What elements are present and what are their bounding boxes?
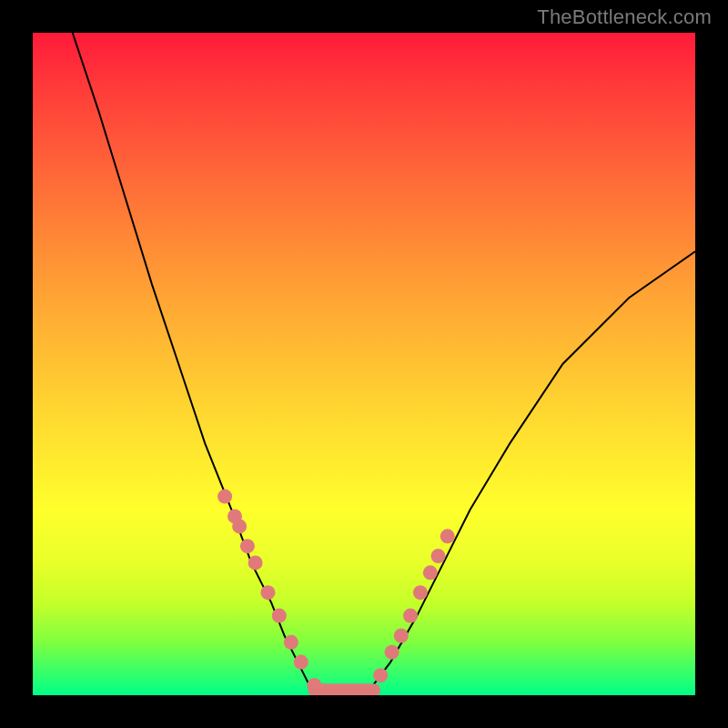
sample-dot <box>385 645 399 660</box>
chart-frame: TheBottleneck.com <box>0 0 728 728</box>
sample-dot <box>272 609 287 623</box>
watermark-text: TheBottleneck.com <box>537 5 712 29</box>
sample-dot <box>423 565 438 580</box>
sample-dot <box>394 629 409 643</box>
sample-dot <box>240 539 255 553</box>
sample-dot <box>307 678 321 693</box>
sample-dot <box>440 529 455 543</box>
sample-dot <box>260 585 275 600</box>
sample-dot <box>294 655 308 670</box>
sample-dots-group <box>217 490 455 693</box>
plot-svg <box>33 33 695 695</box>
sample-dot <box>232 519 247 533</box>
bottleneck-curve <box>73 33 695 695</box>
sample-dot <box>284 635 298 650</box>
sample-dot <box>403 609 418 623</box>
sample-dot <box>413 585 428 600</box>
sample-dot <box>431 549 446 563</box>
plot-area <box>33 33 695 695</box>
sample-dot <box>373 668 388 682</box>
sample-dot <box>248 555 263 570</box>
sample-dot <box>217 490 232 504</box>
